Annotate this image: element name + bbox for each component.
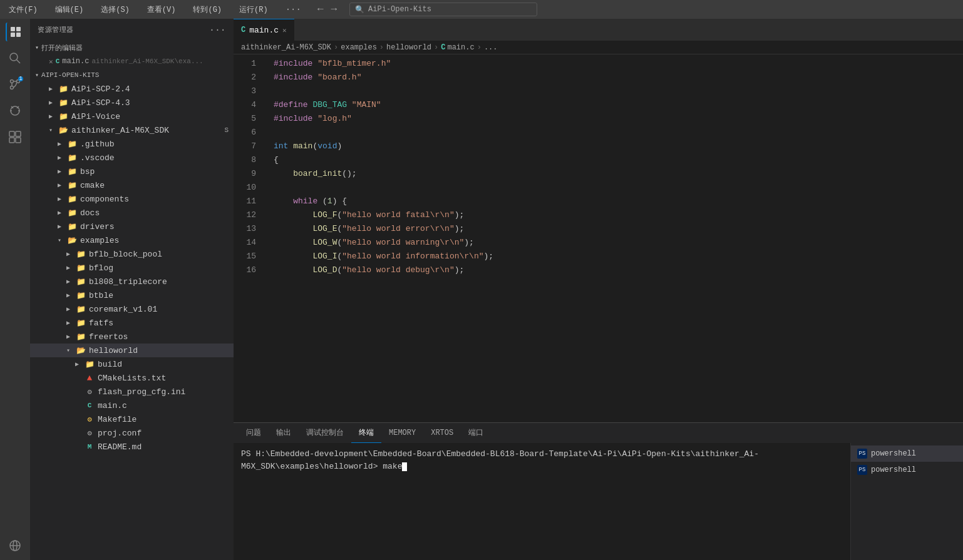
folder-aithinker-sdk[interactable]: ▾ 📂 aithinker_Ai-M6X_SDK S — [30, 123, 234, 137]
file-icon-cmakelists: ▲ — [84, 373, 95, 383]
folder-label-btble: btble — [89, 291, 234, 300]
folder-icon-aithinker-sdk: 📂 — [58, 126, 69, 135]
titlebar: 文件(F) 编辑(E) 选择(S) 查看(V) 转到(G) 运行(R) ··· … — [0, 0, 963, 19]
breadcrumb-part-5[interactable]: ... — [484, 43, 498, 52]
line-numbers: 1 2 3 4 5 6 7 8 9 10 11 12 13 14 15 16 — [234, 54, 264, 422]
activity-explorer[interactable] — [6, 23, 24, 41]
panel-tab-output[interactable]: 输出 — [269, 423, 299, 443]
folder-icon-fatfs: 📁 — [75, 318, 86, 328]
folder-drivers[interactable]: ▶ 📁 drivers — [30, 220, 234, 233]
folder-coremark[interactable]: ▶ 📁 coremark_v1.01 — [30, 302, 234, 316]
powershell-icon-1: PS — [857, 449, 867, 459]
folder-aipi-scp-43[interactable]: ▶ 📁 AiPi-SCP-4.3 — [30, 96, 234, 109]
file-readme[interactable]: M README.md — [30, 440, 234, 454]
panel-tab-terminal[interactable]: 终端 — [351, 423, 381, 443]
folder-bl808-triplecore[interactable]: ▶ 📁 bl808_triplecore — [30, 275, 234, 288]
menu-edit[interactable]: 编辑(E) — [51, 3, 88, 16]
tab-close-icon[interactable]: ✕ — [282, 26, 287, 34]
arrow-aipi-voice: ▶ — [49, 113, 58, 120]
folder-icon-aipi-voice: 📁 — [58, 112, 69, 121]
file-makefile[interactable]: ⚙ Makefile — [30, 412, 234, 426]
folder-aipi-voice[interactable]: ▶ 📁 AiPi-Voice — [30, 109, 234, 123]
panel-tabs: 问题 输出 调试控制台 终端 MEMORY XRTOS 端口 — [234, 423, 963, 443]
menu-file[interactable]: 文件(F) — [5, 3, 41, 16]
menu-select[interactable]: 选择(S) — [97, 3, 133, 16]
activity-search[interactable] — [6, 49, 24, 68]
folder-vscode[interactable]: ▶ 📁 .vscode — [30, 151, 234, 165]
code-editor: 1 2 3 4 5 6 7 8 9 10 11 12 13 14 15 16 #… — [234, 54, 963, 422]
breadcrumb-part-4[interactable]: main.c — [447, 43, 474, 52]
file-icon-readme: M — [84, 443, 95, 451]
activity-remote[interactable] — [6, 536, 24, 555]
panel-tab-memory[interactable]: MEMORY — [381, 423, 423, 443]
panel-tab-debug-console[interactable]: 调试控制台 — [299, 423, 351, 443]
folder-aipi-scp-24[interactable]: ▶ 📁 AiPi-SCP-2.4 — [30, 82, 234, 96]
folder-helloworld[interactable]: ▾ 📂 helloworld — [30, 344, 234, 357]
file-flash-prog-cfg[interactable]: ⚙ flash_prog_cfg.ini — [30, 385, 234, 399]
folder-bsp[interactable]: ▶ 📁 bsp — [30, 165, 234, 178]
sdk-badge: S — [224, 126, 229, 134]
folder-label-aipi-voice: AiPi-Voice — [71, 112, 234, 121]
new-file-icon[interactable]: ··· — [209, 25, 226, 35]
forward-button[interactable]: → — [328, 4, 339, 15]
folder-btble[interactable]: ▶ 📁 btble — [30, 288, 234, 302]
open-editor-main-c[interactable]: ✕ C main.c aithinker_Ai-M6X_SDK\exa... — [30, 54, 234, 68]
folder-examples[interactable]: ▾ 📂 examples — [30, 233, 234, 247]
terminal-instance-2[interactable]: PS powershell — [851, 462, 963, 478]
file-icon-makefile: ⚙ — [84, 415, 95, 424]
folder-freertos[interactable]: ▶ 📁 freertos — [30, 330, 234, 344]
terminal[interactable]: PS H:\Embedded-development\Embedded-Boar… — [234, 443, 850, 560]
folder-label-bflog: bflog — [89, 263, 234, 273]
terminal-instance-label-2: powershell — [871, 466, 916, 474]
panel-tab-ports[interactable]: 端口 — [461, 423, 491, 443]
arrow-aipi-scp-43: ▶ — [49, 99, 58, 106]
breadcrumb-sep-3: › — [434, 43, 438, 52]
terminal-cmd: make — [383, 462, 402, 471]
root-folder-section[interactable]: ▾ AIPI-OPEN-KITS — [30, 68, 234, 82]
menu-goto[interactable]: 转到(G) — [189, 3, 225, 16]
open-editors-arrow: ▾ — [35, 44, 39, 51]
powershell-icon-2: PS — [857, 465, 867, 475]
panel-tab-xrtos[interactable]: XRTOS — [423, 423, 461, 443]
folder-fatfs[interactable]: ▶ 📁 fatfs — [30, 316, 234, 330]
menu-view[interactable]: 查看(V) — [143, 3, 180, 16]
folder-github[interactable]: ▶ 📁 .github — [30, 137, 234, 151]
file-cmakelists[interactable]: ▲ CMakeLists.txt — [30, 371, 234, 385]
folder-label-bl808-triplecore: bl808_triplecore — [89, 277, 234, 287]
line-num-8: 8 — [234, 153, 256, 167]
activity-extensions[interactable] — [6, 128, 24, 146]
folder-docs[interactable]: ▶ 📁 docs — [30, 206, 234, 220]
folder-icon-drivers: 📁 — [66, 222, 78, 232]
folder-icon-bflb-block-pool: 📁 — [75, 250, 86, 259]
folder-components[interactable]: ▶ 📁 components — [30, 192, 234, 206]
root-folder-label: AIPI-OPEN-KITS — [41, 71, 99, 79]
tab-main-c[interactable]: C main.c ✕ — [234, 19, 294, 41]
folder-cmake[interactable]: ▶ 📁 cmake — [30, 178, 234, 192]
close-icon[interactable]: ✕ — [49, 58, 53, 66]
folder-bflb-block-pool[interactable]: ▶ 📁 bflb_block_pool — [30, 247, 234, 261]
svg-line-5 — [17, 60, 21, 64]
code-content[interactable]: #include "bflb_mtimer.h" #include "board… — [264, 54, 963, 422]
breadcrumb-part-3[interactable]: helloworld — [386, 43, 431, 52]
breadcrumb-part-1[interactable]: aithinker_Ai-M6X_SDK — [241, 43, 331, 52]
file-proj-conf[interactable]: ⚙ proj.conf — [30, 426, 234, 440]
activity-debug[interactable] — [6, 101, 24, 120]
svg-rect-2 — [11, 33, 15, 37]
tab-filename: main.c — [249, 26, 279, 35]
folder-bflog[interactable]: ▶ 📁 bflog — [30, 261, 234, 275]
panel-tab-problems[interactable]: 问题 — [239, 423, 269, 443]
menu-more[interactable]: ··· — [282, 3, 305, 16]
folder-label-build: build — [98, 360, 234, 369]
activity-source-control[interactable]: 1 — [6, 75, 24, 94]
back-button[interactable]: ← — [315, 4, 326, 15]
breadcrumb-part-2[interactable]: examples — [341, 43, 377, 52]
search-bar[interactable]: 🔍 AiPi-Open-Kits — [349, 3, 537, 16]
folder-build[interactable]: ▶ 📁 build — [30, 357, 234, 371]
menu-run[interactable]: 运行(R) — [235, 3, 272, 16]
open-editors-section[interactable]: ▾ 打开的编辑器 — [30, 41, 234, 54]
file-main-c[interactable]: C main.c — [30, 399, 234, 412]
root-arrow: ▾ — [35, 71, 39, 79]
folder-label-examples: examples — [80, 236, 234, 245]
terminal-instance-1[interactable]: PS powershell — [851, 445, 963, 462]
arrow-docs: ▶ — [58, 209, 66, 216]
